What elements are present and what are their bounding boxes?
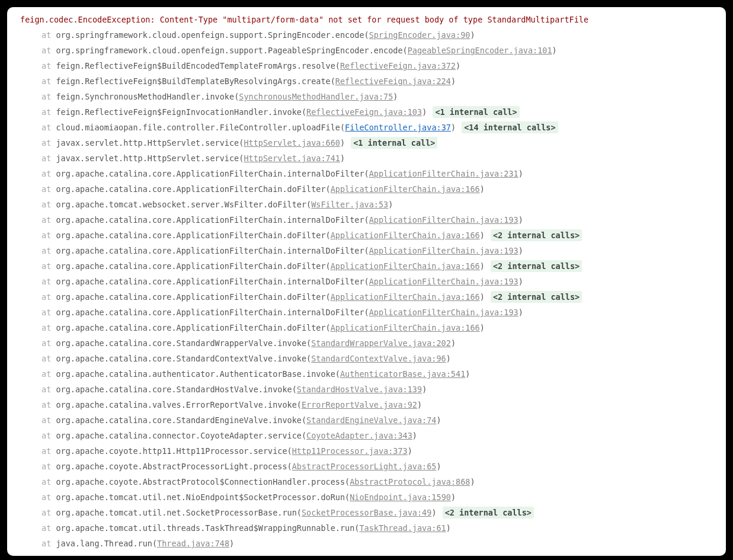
frame-method: org.apache.tomcat.util.net.NioEndpoint$S… [56,492,345,502]
internal-calls-note[interactable]: <1 internal call> [351,137,437,149]
paren-close: ) [480,184,485,194]
source-link[interactable]: ApplicationFilterChain.java:193 [369,246,518,255]
paren-close: ) [422,385,427,394]
paren-open: ( [287,462,292,471]
frame-method: org.apache.coyote.AbstractProcessorLight… [56,462,287,471]
paren-open: ( [292,385,297,394]
internal-calls-note[interactable]: <2 internal calls> [491,291,582,303]
source-link[interactable]: ApplicationFilterChain.java:166 [331,184,480,194]
frame-method: org.apache.catalina.authenticator.Authen… [56,369,335,379]
frame-method: org.apache.catalina.core.ApplicationFilt… [56,246,364,255]
paren-close: ) [451,76,456,86]
source-link[interactable]: ApplicationFilterChain.java:231 [369,169,518,178]
source-link[interactable]: AbstractProcessorLight.java:65 [292,462,437,471]
paren-open: ( [364,308,369,317]
source-link[interactable]: AuthenticatorBase.java:541 [340,369,465,379]
at-keyword: at [41,431,56,440]
stack-frame: at org.apache.catalina.core.ApplicationF… [9,228,724,243]
stack-frame: at org.apache.catalina.core.ApplicationF… [9,212,724,228]
source-link[interactable]: ApplicationFilterChain.java:193 [369,308,518,317]
source-link[interactable]: AbstractProtocol.java:868 [350,477,470,487]
frame-method: feign.SynchronousMethodHandler.invoke [56,92,234,101]
source-link[interactable]: NioEndpoint.java:1590 [350,492,451,502]
source-link[interactable]: Http11Processor.java:373 [292,446,408,456]
source-link[interactable]: TaskThread.java:61 [359,523,446,533]
internal-calls-note[interactable]: <2 internal calls> [443,507,534,519]
source-link[interactable]: ApplicationFilterChain.java:166 [331,323,480,332]
at-keyword: at [41,261,56,271]
paren-close: ) [518,277,523,286]
paren-open: ( [403,46,408,55]
paren-open: ( [340,123,345,132]
stack-frame: at org.apache.catalina.core.StandardHost… [9,382,724,397]
source-link[interactable]: ApplicationFilterChain.java:193 [369,215,518,225]
paren-open: ( [345,492,350,502]
internal-calls-note[interactable]: <2 internal calls> [491,260,582,272]
exception-message: feign.codec.EncodeException: Content-Typ… [9,12,724,27]
source-link[interactable]: ErrorReportValve.java:92 [302,400,417,409]
paren-open: ( [306,354,311,363]
stack-frame: at cloud.miaomiaopan.file.controller.Fil… [9,120,724,135]
frame-method: java.lang.Thread.run [56,539,152,548]
frame-method: javax.servlet.http.HttpServlet.service [56,138,239,148]
paren-open: ( [287,446,292,456]
internal-calls-note[interactable]: <1 internal call> [433,106,519,118]
internal-calls-note[interactable]: <14 internal calls> [462,121,558,133]
source-link[interactable]: ApplicationFilterChain.java:166 [331,231,480,240]
source-link[interactable]: SocketProcessorBase.java:49 [302,508,431,517]
stack-frame: at org.springframework.cloud.openfeign.s… [9,27,724,43]
internal-calls-note[interactable]: <2 internal calls> [491,229,582,241]
source-link[interactable]: SpringEncoder.java:90 [369,30,470,40]
at-keyword: at [41,338,56,348]
paren-close: ) [518,215,523,225]
stack-frame: at org.apache.coyote.AbstractProcessorLi… [9,459,724,474]
frame-method: org.apache.tomcat.util.net.SocketProcess… [56,508,296,517]
stack-frame: at java.lang.Thread.run(Thread.java:748) [9,536,724,551]
source-link[interactable]: ReflectiveFeign.java:224 [335,76,451,86]
at-keyword: at [41,523,56,533]
stack-frame: at org.apache.catalina.core.ApplicationF… [9,181,724,197]
frame-method: org.springframework.cloud.openfeign.supp… [56,46,402,55]
paren-open: ( [326,292,331,302]
frame-method: feign.ReflectiveFeign$FeignInvocationHan… [56,107,302,117]
source-link[interactable]: CoyoteAdapter.java:343 [306,431,412,440]
stack-frame: at feign.ReflectiveFeign$FeignInvocation… [9,104,724,120]
source-link[interactable]: StandardEngineValve.java:74 [306,415,436,425]
stack-frame: at org.apache.catalina.valves.ErrorRepor… [9,397,724,412]
stack-frame: at javax.servlet.http.HttpServlet.servic… [9,151,724,166]
frame-method: cloud.miaomiaopan.file.controller.FileCo… [56,123,340,132]
frame-method: org.springframework.cloud.openfeign.supp… [56,30,364,40]
source-link[interactable]: ReflectiveFeign.java:103 [306,107,422,117]
source-link[interactable]: ApplicationFilterChain.java:166 [331,292,480,302]
source-link[interactable]: Thread.java:748 [157,539,229,548]
paren-close: ) [451,492,456,502]
frame-method: org.apache.catalina.core.ApplicationFilt… [56,169,364,178]
source-link[interactable]: StandardContextValve.java:96 [311,354,446,363]
source-link[interactable]: ApplicationFilterChain.java:193 [369,277,518,286]
at-keyword: at [41,107,56,117]
paren-close: ) [446,523,451,533]
source-link[interactable]: HttpServlet.java:660 [244,138,340,148]
source-link[interactable]: HttpServlet.java:741 [244,153,340,163]
frame-method: org.apache.catalina.core.ApplicationFilt… [56,231,325,240]
paren-close: ) [417,400,422,409]
source-link[interactable]: SynchronousMethodHandler.java:75 [239,92,393,101]
frame-method: org.apache.tomcat.websocket.server.WsFil… [56,200,306,209]
stack-frame: at feign.SynchronousMethodHandler.invoke… [9,89,724,104]
source-link[interactable]: ApplicationFilterChain.java:166 [331,261,480,271]
stack-frame: at org.apache.coyote.http11.Http11Proces… [9,443,724,459]
source-link[interactable]: PageableSpringEncoder.java:101 [408,46,552,55]
at-keyword: at [41,92,56,101]
paren-open: ( [297,508,302,517]
frame-method: org.apache.coyote.AbstractProtocol$Conne… [56,477,345,487]
source-link[interactable]: ReflectiveFeign.java:372 [340,61,456,71]
paren-close: ) [552,46,557,55]
source-link[interactable]: FileController.java:37 [345,123,451,132]
source-link[interactable]: WsFilter.java:53 [311,200,388,209]
stack-frame: at org.apache.catalina.core.ApplicationF… [9,258,724,274]
paren-close: ) [340,153,345,163]
at-keyword: at [41,200,56,209]
source-link[interactable]: StandardHostValve.java:139 [297,385,422,394]
at-keyword: at [41,323,56,332]
source-link[interactable]: StandardWrapperValve.java:202 [311,338,451,348]
